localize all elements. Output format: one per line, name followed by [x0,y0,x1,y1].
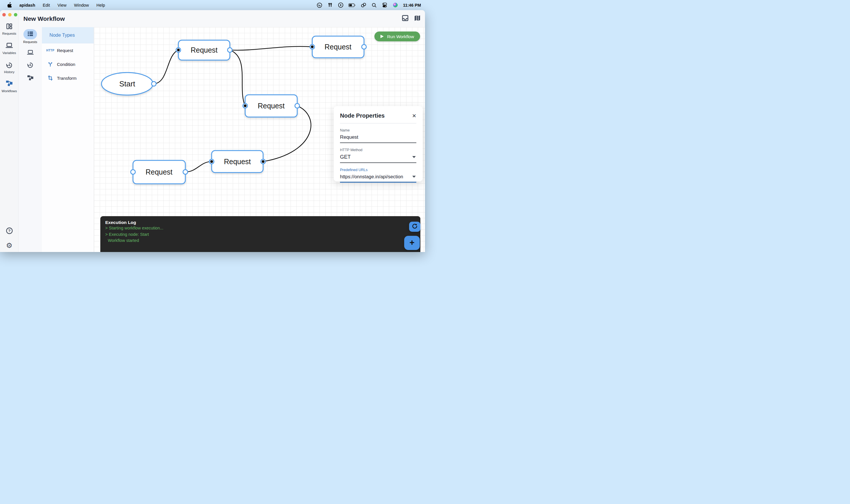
node-type-transform[interactable]: Transform [42,73,94,83]
menu-item-edit[interactable]: Edit [43,3,50,7]
menu-bar: apidash Edit View Window Help 11:46 PM [0,0,425,10]
node-label-request-3: Request [258,102,284,110]
node-types-panel: Node Types HTTP Request Condition Transf… [42,27,94,252]
log-line: Workflow started [105,237,415,244]
save-tray-icon[interactable] [402,15,409,23]
edge-request1-to-request2 [230,47,312,50]
sidebar-item-requests[interactable]: Requests [0,32,18,35]
execution-log-title: Execution Log [105,220,415,225]
port-request4-out[interactable] [183,169,188,174]
dashboard-icon[interactable] [0,23,18,30]
airpods-icon[interactable] [327,3,333,8]
node-label-request-1: Request [191,46,217,54]
node-properties-panel: Node Properties ✕ Name Request HTTP Meth… [334,106,423,181]
list-icon [27,31,34,38]
creative-cloud-icon[interactable] [317,2,322,8]
battery-icon[interactable] [348,3,356,7]
edge-request4-to-request5 [185,162,212,172]
port-dot [311,46,314,48]
play-circle-icon[interactable] [338,2,343,8]
sidebar-item-workflows[interactable]: Workflows [0,89,18,93]
properties-title: Node Properties [340,112,385,119]
port-dot [244,104,247,107]
history-icon[interactable] [18,62,42,69]
refresh-button[interactable] [409,222,420,232]
sidebar-item-history[interactable]: History [0,70,18,74]
port-request2-out[interactable] [362,44,366,49]
rail-item-label: Requests [18,40,42,43]
name-input[interactable]: Request [340,132,416,143]
branch-icon [47,61,54,67]
node-type-request[interactable]: HTTP Request [42,46,94,55]
port-dot [177,49,180,51]
minimize-window-button[interactable] [8,13,12,17]
node-type-condition[interactable]: Condition [42,59,94,69]
chevron-down-icon [412,176,416,178]
menu-item-help[interactable]: Help [96,3,105,7]
port-dot [210,160,213,163]
node-label-start: Start [119,79,136,88]
workflow-icon[interactable] [18,75,42,81]
edge-request1-to-request3 [230,50,245,106]
transform-icon [47,75,54,81]
left-sidebar: Requests Variables History Workflows ? ⚙ [0,10,18,252]
spotlight-search-icon[interactable] [372,3,377,8]
predefined-urls-select[interactable]: https://onnstage.in/api/section [340,172,416,183]
close-window-button[interactable] [2,13,6,17]
menu-clock[interactable]: 11:46 PM [403,3,421,7]
node-label-request-4: Request [145,168,172,176]
log-line: > Starting workflow execution... [105,225,415,232]
menu-app-name[interactable]: apidash [19,3,35,7]
port-start-out[interactable] [152,82,156,86]
sidebar-item-variables[interactable]: Variables [0,51,18,55]
app-window: Requests Variables History Workflows ? ⚙… [0,10,425,252]
laptop-icon[interactable] [18,49,42,55]
http-method-select[interactable]: GET [340,152,416,163]
node-label-request-5: Request [224,158,251,166]
http-icon: HTTP [46,49,54,52]
port-request3-out[interactable] [295,104,300,108]
hotspot-link-icon[interactable] [360,2,367,8]
http-method-label: HTTP Method [340,148,416,152]
node-type-label: Condition [57,62,75,67]
node-type-label: Transform [57,76,77,80]
siri-icon[interactable] [393,2,398,8]
history-icon[interactable] [0,62,18,69]
add-node-button[interactable]: + [404,236,420,250]
node-type-label: Request [57,48,73,53]
page-title: New Workflow [18,15,65,22]
node-types-header: Node Types [42,27,94,43]
chevron-down-icon [412,156,416,158]
menu-item-view[interactable]: View [57,3,67,7]
apple-logo-icon[interactable] [7,2,12,8]
run-workflow-button[interactable]: Run Workflow [374,32,420,41]
log-line: > Executing node: Start [105,232,415,238]
control-center-icon[interactable] [382,3,388,7]
name-field: Name Request [340,128,416,143]
edge-start-to-request1 [154,50,178,84]
name-label: Name [340,128,416,132]
predefined-urls-field: Predefined URLs https://onnstage.in/api/… [340,168,416,183]
run-workflow-label: Run Workflow [387,34,414,39]
workflow-icon[interactable] [0,80,18,87]
laptop-icon[interactable] [0,42,18,49]
predefined-urls-label: Predefined URLs [340,168,416,172]
port-request1-out[interactable] [228,48,232,52]
settings-gear-icon[interactable]: ⚙ [0,242,18,249]
rail-item-requests[interactable] [23,29,37,39]
close-icon[interactable]: ✕ [412,113,416,119]
node-label-request-2: Request [324,43,351,51]
zoom-window-button[interactable] [14,13,17,17]
divider [340,123,416,123]
map-icon[interactable] [414,15,421,23]
port-request4-in[interactable] [131,169,135,174]
menu-item-window[interactable]: Window [74,3,89,7]
help-icon[interactable]: ? [0,227,18,234]
window-controls [2,13,17,17]
play-icon [380,35,384,38]
http-method-field: HTTP Method GET [340,148,416,163]
plus-icon: + [409,238,414,247]
workflow-rail: Requests [18,27,42,252]
title-bar: New Workflow [18,10,425,27]
svg-text:?: ? [8,229,11,233]
